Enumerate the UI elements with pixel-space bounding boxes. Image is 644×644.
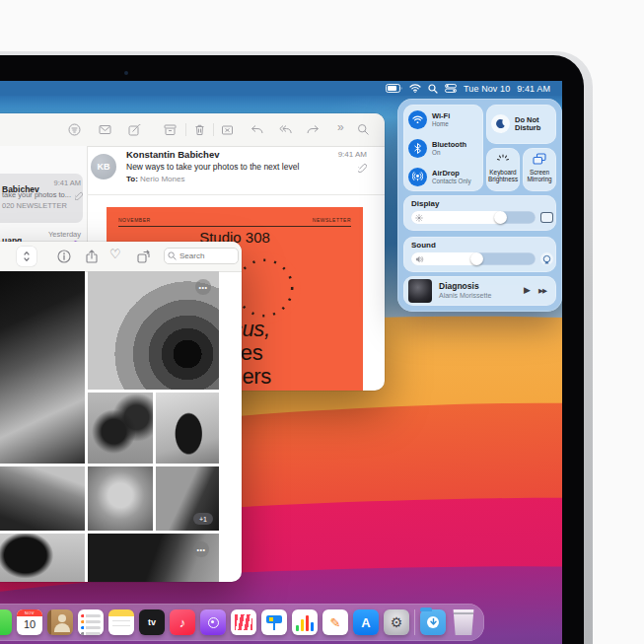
favorite-heart-icon[interactable]: ♡ [109,247,121,261]
photo-tile-dark-arch[interactable]: ••• [88,534,219,582]
dock-icon-calendar[interactable]: NOV 10 [17,609,42,635]
speaker-icon [415,255,424,263]
menu-bar-date[interactable]: Tue Nov 10 [464,84,510,94]
now-playing-module: Diagnosis Alanis Morissette ▶ ▶▶ [403,276,556,306]
bluetooth-toggle[interactable]: Bluetooth On [408,135,480,162]
airdrop-icon [408,168,427,186]
dock-divider [414,609,415,635]
junk-icon[interactable] [221,123,234,136]
attachment-icon[interactable] [358,163,367,173]
music-note-icon: ♪ [179,615,186,630]
track-artist: Alanis Morissette [439,292,491,299]
trash-icon[interactable] [193,123,206,136]
dock-icon-messages[interactable] [0,609,12,635]
facetime-camera [124,71,128,75]
list-preview: take your photos to... [2,190,81,199]
share-icon[interactable] [85,250,99,263]
rotate-icon[interactable] [136,250,150,263]
dock-icon-notes[interactable] [108,609,134,635]
photo-tile-highfive[interactable] [88,393,153,464]
search-icon [168,251,177,260]
info-icon[interactable] [57,250,71,263]
moon-icon [491,114,510,133]
connectivity-card: Wi-Fi Home Bluetooth On AirDrop [403,105,483,191]
track-title: Diagnosis [439,281,479,291]
display-button[interactable] [540,212,553,223]
more-options-button[interactable]: ••• [195,279,211,295]
dock-icon-system-preferences[interactable]: ⚙ [384,609,409,635]
do-not-disturb-toggle[interactable]: Do Not Disturb [486,105,556,144]
display-module: Display [403,195,556,231]
control-center-icon[interactable] [445,84,457,93]
more-options-button[interactable]: ••• [193,541,209,557]
list-time: 9:41 AM [53,179,81,187]
slider-knob[interactable] [470,252,483,265]
macbook: Tue Nov 10 9:41 AM [0,51,593,644]
reply-icon[interactable] [250,123,263,136]
photo-tile-portrait[interactable] [0,271,85,464]
wifi-toggle[interactable]: Wi-Fi Home [408,107,480,133]
wifi-icon[interactable] [409,84,421,93]
dock-icon-news[interactable] [231,609,256,635]
photo-tile-buildings[interactable] [0,466,85,531]
photos-window: ♡ ••• +1 [0,242,242,582]
overflow-count-badge[interactable]: +1 [193,513,213,525]
dock-icon-pages[interactable]: ✎ [322,609,348,635]
recipient-name[interactable]: Nerio Mones [140,175,184,183]
more-toolbar-items-icon[interactable]: » [337,120,344,134]
message-subject: New ways to take your photos to the next… [126,162,299,172]
zoom-stepper[interactable] [17,247,36,266]
pen-icon: ✎ [330,615,341,630]
dock-icon-app-store[interactable]: A [353,609,379,635]
dock-icon-music[interactable]: ♪ [170,609,195,635]
airplay-audio-button[interactable] [540,252,553,265]
photos-toolbar: ♡ [0,242,242,272]
gear-icon: ⚙ [391,615,403,629]
dock-icon-trash[interactable] [451,609,476,635]
newsletter-month: NOVEMBER [118,217,151,223]
archive-icon[interactable] [164,123,177,136]
message-recipient-row: To: Nerio Mones [126,175,184,183]
message-sender: Konstantin Babichev [126,149,220,160]
compose-icon[interactable] [128,123,141,136]
display-brightness-slider[interactable] [411,211,536,224]
volume-slider[interactable] [411,252,536,265]
play-button[interactable]: ▶ [524,285,531,295]
menu-bar: Tue Nov 10 9:41 AM [0,81,562,96]
dock: NOV 10 tv ♪ [0,604,484,641]
fast-forward-button[interactable]: ▶▶ [538,287,546,295]
newsletter-type: NEWSLETTER [313,217,351,223]
dock-icon-reminders[interactable] [78,609,104,635]
dock-icon-contacts[interactable] [47,609,73,635]
screen-mirroring-icon [533,153,546,165]
reply-all-icon[interactable] [279,123,292,136]
spotlight-search-icon[interactable] [428,84,438,94]
photo-tile-shadow[interactable] [0,534,85,582]
keyboard-brightness-button[interactable]: Keyboard Brightness [486,148,520,191]
photo-tile-silhouette[interactable] [156,393,219,464]
sound-module: Sound [403,237,556,272]
photo-tile-group[interactable] [88,466,153,531]
slider-knob[interactable] [494,211,507,224]
get-mail-icon[interactable] [99,123,111,136]
attachment-icon [75,191,83,200]
brightness-sun-icon [415,214,423,222]
forward-icon[interactable] [307,123,320,136]
dock-icon-keynote[interactable] [261,609,287,635]
dock-icon-numbers[interactable] [292,609,318,635]
search-icon[interactable] [357,123,370,136]
photo-tile-bicycle[interactable]: +1 [156,466,219,531]
filter-icon[interactable] [68,123,81,136]
control-center-panel: Wi-Fi Home Bluetooth On AirDrop [397,99,562,312]
airdrop-toggle[interactable]: AirDrop Contacts Only [408,164,480,190]
dock-icon-podcasts[interactable] [200,609,226,635]
keyboard-brightness-icon [496,153,510,165]
photo-tile-arches[interactable]: ••• [88,271,219,390]
screen-mirroring-button[interactable]: Screen Mirroring [523,148,556,191]
menu-bar-clock[interactable]: 9:41 AM [517,84,550,94]
desktop: Tue Nov 10 9:41 AM [0,81,562,644]
dock-icon-apple-tv[interactable]: tv [139,609,165,635]
battery-icon[interactable] [386,84,402,93]
dock-icon-downloads-folder[interactable] [420,609,446,635]
bluetooth-icon [408,139,427,158]
